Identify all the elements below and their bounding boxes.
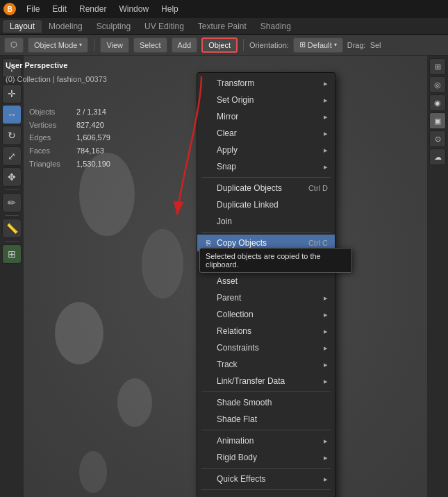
- menu-item-arrow-icon: ▸: [324, 359, 328, 371]
- editor-type-btn[interactable]: ⬡: [4, 37, 24, 53]
- xray-btn[interactable]: ◉: [429, 94, 446, 111]
- orientation-btn[interactable]: ⊞ Default ▾: [293, 37, 343, 53]
- menu-item-label: Set Origin: [217, 94, 254, 106]
- left-toolbar: ⊹ ✛ ↔ ↻ ⤢ ✥ ✏ 📏 ⊞: [0, 56, 24, 497]
- menu-item-parent[interactable]: Parent▸: [197, 289, 335, 306]
- svg-text:B: B: [7, 6, 12, 13]
- gizmo-btn[interactable]: ⊞: [429, 58, 446, 75]
- menu-item-shade-flat[interactable]: Shade Flat: [197, 411, 335, 428]
- orientation-arrow-icon: ▾: [334, 42, 337, 48]
- menu-item-label: Apply: [217, 144, 238, 156]
- select-menu-btn[interactable]: Select: [133, 37, 167, 53]
- tab-modeling[interactable]: Modeling: [42, 20, 90, 33]
- header-toolbar: ⬡ Object Mode ▾ View Select Add Object O…: [0, 35, 448, 56]
- menu-item-label: Join: [217, 215, 232, 228]
- right-toolbar: ⊞ ◎ ◉ ▣ ⊙ ☁: [427, 56, 448, 497]
- menu-item-arrow-icon: ▸: [324, 128, 328, 140]
- window-menu[interactable]: Window: [113, 3, 154, 15]
- svg-point-2: [79, 153, 135, 236]
- menu-item-arrow-icon: ▸: [324, 161, 328, 173]
- menu-item-clear[interactable]: Clear▸: [197, 125, 335, 142]
- menu-item-duplicate-linked[interactable]: Duplicate Linked: [197, 196, 335, 213]
- menu-item-label: Animation: [217, 435, 254, 447]
- menu-item-arrow-icon: ▸: [324, 292, 328, 304]
- menu-item-arrow-icon: ▸: [324, 78, 328, 90]
- menu-item-mirror[interactable]: Mirror▸: [197, 108, 335, 125]
- menu-item-label: Asset: [217, 275, 238, 287]
- menu-item-rigid-body[interactable]: Rigid Body▸: [197, 449, 335, 466]
- cursor-tool-btn[interactable]: ✛: [2, 84, 22, 103]
- menu-item-arrow-icon: ▸: [324, 111, 328, 123]
- menu-item-arrow-icon: ▸: [324, 342, 328, 354]
- copy-objects-icon: ⎘: [203, 237, 214, 248]
- menu-item-track[interactable]: Track▸: [197, 356, 335, 373]
- help-menu[interactable]: Help: [156, 3, 184, 15]
- menu-item-arrow-icon: ▸: [324, 94, 328, 106]
- menu-item-transform[interactable]: Transform▸: [197, 75, 335, 92]
- menu-item-label: Quick Effects: [217, 473, 265, 485]
- drag-label: Drag:: [347, 41, 366, 49]
- menu-item-shade-smooth[interactable]: Shade Smooth: [197, 394, 335, 411]
- move-tool-btn[interactable]: ↔: [2, 105, 22, 124]
- annotate-tool-btn[interactable]: ✏: [2, 193, 22, 212]
- tab-uv-editing[interactable]: UV Editing: [138, 20, 191, 33]
- measure-tool-btn[interactable]: 📏: [2, 219, 22, 238]
- menu-item-label: Collection: [217, 308, 254, 321]
- add-object-tool-btn[interactable]: ⊞: [2, 244, 22, 264]
- select-tool-btn[interactable]: ⊹: [2, 58, 22, 78]
- menu-item-convert[interactable]: Convert▸: [197, 492, 335, 497]
- menu-separator-21: [201, 391, 331, 392]
- edit-menu[interactable]: Edit: [47, 3, 72, 15]
- render-menu[interactable]: Render: [74, 3, 112, 15]
- menu-item-animation[interactable]: Animation▸: [197, 432, 335, 449]
- svg-point-6: [79, 451, 107, 493]
- menu-item-label: Convert: [217, 494, 246, 497]
- transform-tool-btn[interactable]: ✥: [2, 167, 22, 187]
- add-label: Add: [178, 41, 192, 49]
- menu-item-duplicate-objects[interactable]: Duplicate ObjectsCtrl D: [197, 180, 335, 196]
- menu-item-constraints[interactable]: Constraints▸: [197, 339, 335, 356]
- mode-dropdown-arrow-icon: ▾: [79, 42, 82, 48]
- menu-item-join[interactable]: Join: [197, 213, 335, 230]
- tab-shading[interactable]: Shading: [254, 20, 298, 33]
- menu-separator-6: [201, 177, 331, 178]
- blender-logo-icon: B: [3, 2, 17, 16]
- menu-item-set-origin[interactable]: Set Origin▸: [197, 92, 335, 108]
- object-menu-btn[interactable]: Object: [201, 37, 238, 53]
- menu-item-asset[interactable]: Asset: [197, 273, 335, 289]
- object-dropdown-menu: Transform▸Set Origin▸Mirror▸Clear▸Apply▸…: [197, 72, 335, 497]
- menu-item-apply[interactable]: Apply▸: [197, 142, 335, 158]
- overlay-btn[interactable]: ◎: [429, 76, 446, 93]
- menu-item-label: Link/Transfer Data: [217, 375, 285, 387]
- menu-item-arrow-icon: ▸: [324, 473, 328, 485]
- menu-item-collection[interactable]: Collection▸: [197, 306, 335, 323]
- tab-sculpting[interactable]: Sculpting: [90, 20, 138, 33]
- tab-layout[interactable]: Layout: [3, 20, 42, 33]
- object-mode-label: Object Mode: [34, 41, 77, 49]
- menu-item-arrow-icon: ▸: [324, 144, 328, 156]
- menu-item-label: Constraints: [217, 342, 259, 354]
- file-menu[interactable]: File: [21, 3, 45, 15]
- material-shading-btn[interactable]: ⊙: [429, 130, 446, 147]
- object-mode-btn[interactable]: Object Mode ▾: [28, 37, 88, 53]
- rendered-shading-btn[interactable]: ☁: [429, 149, 446, 165]
- menu-item-relations[interactable]: Relations▸: [197, 323, 335, 339]
- view-menu-btn[interactable]: View: [100, 37, 129, 53]
- scale-tool-btn[interactable]: ⤢: [2, 146, 22, 166]
- view-label: View: [106, 41, 123, 49]
- menu-item-label: Mirror: [217, 110, 238, 123]
- menu-item-label: Clear: [217, 127, 237, 140]
- menu-item-snap[interactable]: Snap▸: [197, 158, 335, 175]
- orientation-icon: ⊞: [299, 40, 306, 49]
- menu-item-link-transfer-data[interactable]: Link/Transfer Data▸: [197, 373, 335, 389]
- left-sep-4: [5, 241, 19, 242]
- tab-texture-paint[interactable]: Texture Paint: [191, 20, 254, 33]
- solid-shading-btn[interactable]: ▣: [429, 112, 446, 129]
- copy-objects-tooltip: Selected objects are copied to the clipb…: [199, 248, 352, 273]
- object-label: Object: [208, 41, 231, 49]
- menu-item-arrow-icon: ▸: [324, 452, 328, 464]
- menu-separator-29: [201, 489, 331, 490]
- rotate-tool-btn[interactable]: ↻: [2, 126, 22, 145]
- add-menu-btn[interactable]: Add: [172, 37, 198, 53]
- menu-item-quick-effects[interactable]: Quick Effects▸: [197, 471, 335, 487]
